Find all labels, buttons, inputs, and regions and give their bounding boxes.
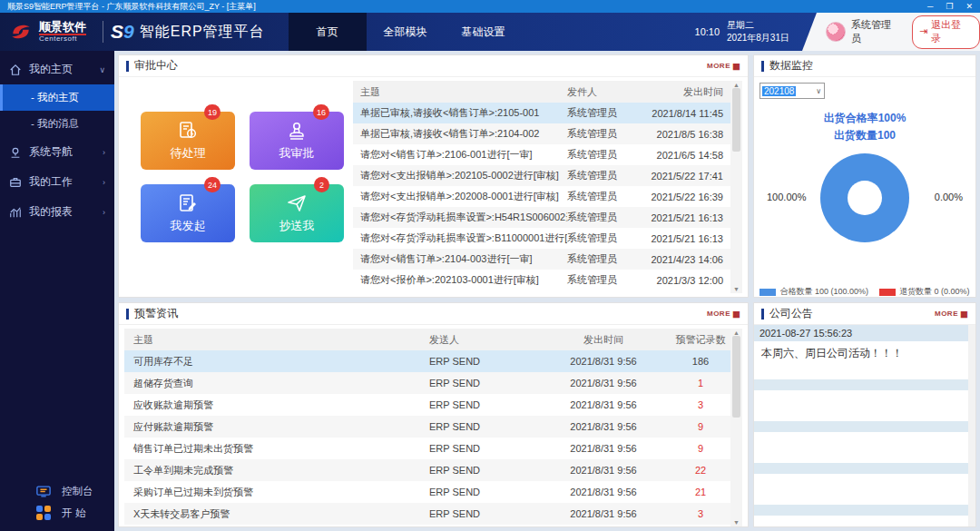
alerts-more-button[interactable]: MORE▦ [707,310,740,319]
app-header: 顺景软件 Centersoft S9 智能ERP管理平台 首页 全部模块 基础设… [0,13,980,51]
section-accent-bar [761,61,764,72]
chevron-down-icon: ∨ [816,87,824,95]
chart-icon [9,206,22,219]
table-row[interactable]: 请您对<报价单>:202103-0001进行[审核]系统管理员2021/3/3 … [353,270,730,290]
pass-rate-headline: 出货合格率100% [760,110,970,127]
data-monitor-title: 数据监控 [769,58,813,74]
tile-pending[interactable]: 19 待处理 [141,112,235,170]
clock-date: 2021年8月31日 [727,32,789,44]
product-title: 智能ERP管理平台 [140,23,265,42]
table-row[interactable]: 应付账款逾期预警ERP SEND2021/8/31 9:569 [124,416,730,438]
clock-weekday: 星期二 [727,19,789,32]
stamp-icon [286,120,308,142]
my-approvals-count-badge: 16 [313,104,329,120]
cc-count-badge: 2 [314,177,329,192]
chevron-right-icon: › [103,208,105,217]
scroll-down-icon[interactable]: ▼ [733,519,740,526]
table-row[interactable]: 请您对<销售订单>:2106-001进行[一审]系统管理员2021/6/5 14… [353,144,730,165]
table-row[interactable]: 单据已审核,请接收<销售订单>:2105-001系统管理员2021/8/14 1… [353,103,730,123]
section-accent-bar [761,309,764,320]
user-avatar[interactable] [826,22,846,42]
home-icon [9,64,22,76]
table-row[interactable]: 采购订单已过期未到货预警ERP SEND2021/8/31 9:5621 [124,481,730,503]
table-row[interactable]: 请您对<支出报销单>:202008-0001进行[审核]系统管理员2021/5/… [353,186,730,207]
more-grid-icon: ▦ [732,310,740,319]
notice-empty-row [754,432,968,459]
approval-center-title: 审批中心 [134,58,178,74]
nav-tab-base-settings[interactable]: 基础设置 [445,13,523,51]
table-row[interactable]: 单据已审核,请接收<销售订单>:2104-002系统管理员2021/8/5 16… [353,123,730,144]
main-nav: 首页 全部模块 基础设置 [289,13,523,51]
brand-name-cn: 顺景软件 [39,21,86,35]
table-row[interactable]: 应收账款逾期预警ERP SEND2021/8/31 9:563 [124,394,730,416]
donut-ring [820,153,909,242]
tile-my-approvals[interactable]: 16 我审批 [250,112,344,170]
scroll-down-icon[interactable]: ▼ [733,286,740,292]
sidebar-item-my-messages[interactable]: - 我的消息 [0,111,114,137]
scroll-thumb[interactable] [732,336,740,418]
table-row[interactable]: 销售订单已过期未出货预警ERP SEND2021/8/31 9:569 [124,438,730,459]
window-title: 顺景S9智能ERP管理平台 - 广东顺景软件科技有限公司_ZY - [主菜单] [7,1,927,13]
minimize-button[interactable]: ─ [927,2,933,11]
company-notice-title: 公司公告 [769,306,813,321]
more-grid-icon: ▦ [732,62,740,71]
table-row[interactable]: 请您对<支出报销单>:202105-0002进行[审核]系统管理员2021/5/… [353,165,730,186]
logout-icon: ⇥ [919,25,927,37]
clock-time: 10:10 [695,26,720,37]
close-button[interactable]: ✕ [965,2,973,11]
section-accent-bar [126,309,129,320]
company-notice-panel: 公司公告 MORE▦ 2021-08-27 15:56:23 本周六、周日公司活… [753,302,976,527]
notice-scrollbar[interactable] [968,325,975,526]
left-percent-label: 100.00% [767,192,806,202]
scroll-thumb[interactable] [732,88,740,152]
alerts-table-header: 主题 发送人 发出时间 预警记录数 [124,329,730,350]
alerts-panel: 预警资讯 MORE▦ 主题 发送人 发出时间 预警记录数 可用库存不足ERP S… [118,302,749,527]
approval-table-header: 主题 发件人 发出时间 [353,81,730,103]
nav-tab-all-modules[interactable]: 全部模块 [367,13,445,51]
briefcase-icon [9,176,22,189]
table-row[interactable]: 请您对<存货浮动耗损率设置>:B11000001进行[审核]系统管理员2021/… [353,228,730,249]
table-row[interactable]: 工令单到期未完成预警ERP SEND2021/8/31 9:5622 [124,459,730,481]
chevron-right-icon: › [103,148,105,157]
sidebar-item-system-nav[interactable]: 系统导航 › [0,137,114,167]
table-row[interactable]: 请您对<存货浮动耗损率设置>:H54R1S006002进行[审核]系统管理员20… [353,207,730,228]
scroll-up-icon[interactable]: ▲ [733,82,740,88]
notice-text[interactable]: 本周六、周日公司活动！！！ [754,341,968,376]
table-row[interactable]: X天未转交易客户预警ERP SEND2021/8/31 9:563 [124,503,730,525]
start-button[interactable]: 开 始 [0,502,114,524]
period-select[interactable]: 202108 ∨ [760,83,825,99]
table-row[interactable]: 请您对<销售订单>:2104-003进行[一审]系统管理员2021/4/23 1… [353,249,730,270]
nav-tab-home[interactable]: 首页 [289,13,367,51]
user-name: 系统管理员 [851,18,901,45]
tile-cc-to-me[interactable]: 2 抄送我 [250,184,344,242]
logout-button[interactable]: ⇥ 退出登录 [912,15,980,49]
pending-count-badge: 19 [204,104,220,120]
approval-more-button[interactable]: MORE▦ [707,62,740,71]
tile-initiated-by-me[interactable]: 24 我发起 [141,184,235,242]
console-button[interactable]: 控制台 [0,481,114,502]
right-percent-label: 0.00% [935,192,963,202]
alerts-scrollbar[interactable]: ▲ ▼ [730,329,742,526]
notice-empty-row [754,390,968,418]
map-pin-icon [9,146,22,159]
table-row[interactable]: 超储存货查询ERP SEND2021/8/31 9:561 [124,372,730,394]
notice-row-divider [754,463,968,474]
sidebar-item-my-home[interactable]: - 我的主页 [0,84,114,111]
sidebar-item-my-reports[interactable]: 我的报表 › [0,197,114,227]
notice-row-divider [754,421,968,432]
approval-scrollbar[interactable]: ▲ ▼ [730,81,742,293]
maximize-button[interactable]: ❐ [946,2,953,11]
notice-row-divider [754,505,968,516]
initiated-count-badge: 24 [204,177,220,192]
monitor-headlines: 出货合格率100% 出货数量100 [760,110,970,144]
centersoft-swirl-icon [9,20,33,44]
approval-center-panel: 审批中心 MORE▦ 19 待处理 [118,54,749,298]
sidebar-item-my-home-group[interactable]: 我的主页 ∨ [0,54,114,84]
notice-more-button[interactable]: MORE▦ [935,310,968,319]
approval-tiles: 19 待处理 16 [124,81,353,293]
notice-empty-row [754,516,968,526]
product-logo: S9 智能ERP管理平台 [111,13,265,51]
sidebar-item-my-work[interactable]: 我的工作 › [0,167,114,197]
scroll-up-icon[interactable]: ▲ [733,329,740,336]
table-row[interactable]: 可用库存不足ERP SEND2021/8/31 9:56186 [124,350,730,372]
